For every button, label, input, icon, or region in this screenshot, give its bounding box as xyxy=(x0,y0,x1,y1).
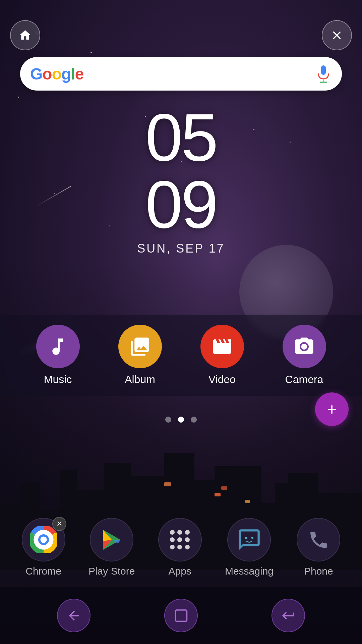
google-logo: Google xyxy=(30,65,83,83)
music-icon-circle xyxy=(36,325,80,368)
svg-rect-0 xyxy=(321,65,326,75)
video-label: Video xyxy=(208,373,236,386)
chrome-icon-circle: ✕ xyxy=(22,518,65,561)
phone-icon xyxy=(308,529,329,551)
album-label: Album xyxy=(125,373,155,386)
camera-icon-circle xyxy=(283,325,326,368)
close-button[interactable] xyxy=(322,20,352,50)
apps-grid-icon xyxy=(170,530,190,549)
clock-hour: 05 xyxy=(0,104,362,171)
chrome-icon xyxy=(30,526,57,553)
playstore-icon-circle xyxy=(90,518,133,561)
dock-item-chrome[interactable]: ✕ Chrome xyxy=(22,518,65,577)
close-icon xyxy=(330,29,344,42)
app-row: Music Album Video xyxy=(0,315,362,396)
svg-point-12 xyxy=(251,537,253,539)
app-item-video[interactable]: Video xyxy=(200,325,244,386)
music-label: Music xyxy=(44,373,72,386)
mic-icon[interactable] xyxy=(315,62,332,86)
app-item-album[interactable]: Album xyxy=(118,325,162,386)
recent-apps-button[interactable] xyxy=(272,599,305,632)
playstore-icon xyxy=(99,527,124,552)
video-icon-circle xyxy=(200,325,244,368)
dock-item-playstore[interactable]: Play Store xyxy=(88,518,135,577)
clock-container: 05 09 SUN, SEP 17 xyxy=(0,104,362,256)
back-button[interactable] xyxy=(57,599,90,632)
apps-label: Apps xyxy=(168,566,191,577)
dock-item-messaging[interactable]: Messaging xyxy=(225,518,274,577)
album-icon-circle xyxy=(118,325,162,368)
playstore-label: Play Store xyxy=(88,566,135,577)
music-icon xyxy=(47,336,69,358)
apps-icon-circle xyxy=(158,518,202,561)
home-button[interactable] xyxy=(10,20,40,50)
remove-badge-chrome[interactable]: ✕ xyxy=(52,517,66,531)
camera-icon xyxy=(293,336,315,358)
fab-button[interactable]: + xyxy=(315,392,349,426)
dot-1 xyxy=(165,417,171,423)
svg-point-6 xyxy=(40,536,47,543)
home-nav-icon xyxy=(174,608,189,623)
messaging-label: Messaging xyxy=(225,566,274,577)
bottom-dock: ✕ Chrome xyxy=(0,511,362,587)
recent-apps-icon xyxy=(281,608,296,623)
album-icon xyxy=(129,336,151,358)
phone-icon-circle xyxy=(297,518,340,561)
plus-icon: + xyxy=(327,401,337,418)
top-bar xyxy=(10,20,352,50)
home-icon xyxy=(18,29,32,42)
dot-2-active xyxy=(178,417,184,423)
phone-label: Phone xyxy=(304,566,333,577)
messaging-icon-circle xyxy=(227,518,271,561)
svg-point-11 xyxy=(245,537,247,539)
page-indicators xyxy=(0,417,362,423)
app-item-camera[interactable]: Camera xyxy=(283,325,326,386)
back-icon xyxy=(66,608,81,623)
search-bar[interactable]: Google xyxy=(20,57,342,91)
messaging-icon xyxy=(237,527,262,552)
clock-date: SUN, SEP 17 xyxy=(0,241,362,256)
screen: Google 05 09 SUN, SEP 17 Music xyxy=(0,0,362,644)
home-nav-button[interactable] xyxy=(164,599,198,632)
chrome-label: Chrome xyxy=(25,566,61,577)
camera-label: Camera xyxy=(285,373,323,386)
video-icon xyxy=(211,336,233,358)
dot-3 xyxy=(191,417,197,423)
app-item-music[interactable]: Music xyxy=(36,325,80,386)
nav-bar xyxy=(0,587,362,644)
dock-item-apps[interactable]: Apps xyxy=(158,518,202,577)
svg-rect-13 xyxy=(175,610,187,621)
dock-item-phone[interactable]: Phone xyxy=(297,518,340,577)
clock-minute: 09 xyxy=(0,171,362,238)
